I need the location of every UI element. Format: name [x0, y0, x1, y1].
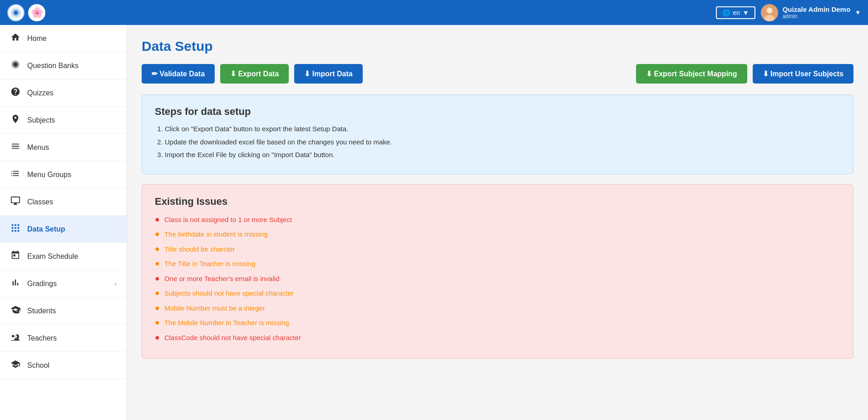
chevron-icon: ‹ — [114, 280, 117, 287]
avatar — [761, 4, 778, 21]
issue-text: Title should be charcter — [164, 244, 235, 255]
issue-item: ●Subjects should not have special charac… — [155, 288, 840, 299]
data-setup-icon — [10, 223, 21, 235]
issue-bullet: ● — [155, 259, 160, 269]
issue-text: Class is not assigned to 1 or more Subje… — [164, 215, 292, 225]
issue-text: ClassCode should not have special charac… — [164, 333, 301, 343]
issue-bullet: ● — [155, 333, 160, 343]
sidebar-item-menu-groups[interactable]: Menu Groups — [0, 161, 127, 188]
export-subject-mapping-button[interactable]: ⬇ Export Subject Mapping — [636, 64, 747, 84]
issue-text: Mobile Number must be a integer — [164, 303, 265, 314]
sidebar-label-exam-schedule: Exam Schedule — [27, 252, 78, 261]
import-data-button[interactable]: ⬇ Import Data — [294, 64, 362, 84]
issue-item: ●The Title in Teacher is missing — [155, 259, 840, 269]
issue-text: The Title in Teacher is missing — [164, 259, 256, 269]
issues-section: Existing Issues ●Class is not assigned t… — [142, 184, 853, 359]
issue-item: ●One or more Teacher's email is invalid — [155, 274, 840, 284]
sidebar-label-quizzes: Quizzes — [27, 89, 54, 97]
main-content: Data Setup ✏ Validate Data ⬇ Export Data… — [127, 25, 868, 420]
issue-item: ●ClassCode should not have special chara… — [155, 333, 840, 343]
classes-icon — [10, 196, 21, 208]
steps-section: Steps for data setup Click on "Export Da… — [142, 94, 853, 174]
user-chevron-icon: ▼ — [855, 9, 861, 16]
menus-icon — [10, 141, 21, 153]
school-icon — [10, 359, 21, 371]
sidebar-label-school: School — [27, 361, 49, 370]
issue-item: ●The birthdate in student is missing — [155, 229, 840, 240]
issue-text: The Mobile Number in Teacher is missing — [164, 318, 289, 328]
sidebar-label-teachers: Teachers — [27, 334, 57, 342]
user-role: admin — [783, 13, 850, 20]
sidebar-label-home: Home — [27, 35, 47, 43]
issue-bullet: ● — [155, 318, 160, 328]
sidebar-label-question-banks: Question Banks — [27, 62, 79, 70]
exam-schedule-icon — [10, 250, 21, 262]
user-name: Quizale Admin Demo — [783, 5, 850, 13]
issue-item: ●Mobile Number must be a integer — [155, 303, 840, 314]
issue-bullet: ● — [155, 229, 160, 239]
step-item: Click on "Export Data" button to export … — [165, 124, 840, 134]
validate-data-button[interactable]: ✏ Validate Data — [142, 64, 215, 84]
sidebar-item-data-setup[interactable]: Data Setup — [0, 216, 127, 243]
sidebar-label-subjects: Subjects — [27, 116, 55, 124]
teachers-icon — [10, 332, 21, 344]
page-title: Data Setup — [142, 39, 853, 54]
issues-list: ●Class is not assigned to 1 or more Subj… — [155, 215, 840, 343]
issue-text: Subjects should not have special charact… — [164, 288, 294, 299]
app-header: 🌸 🌐 en ▼ Quizale Admin Demo admin ▼ — [0, 0, 868, 25]
home-icon — [10, 32, 21, 44]
question-banks-icon — [10, 59, 21, 72]
sidebar-label-students: Students — [27, 307, 56, 315]
students-icon — [10, 305, 21, 317]
import-user-subjects-button[interactable]: ⬇ Import User Subjects — [753, 64, 853, 84]
sidebar-item-question-banks[interactable]: Question Banks — [0, 52, 127, 79]
header-right: 🌐 en ▼ Quizale Admin Demo admin ▼ — [716, 4, 861, 21]
issue-item: ●Title should be charcter — [155, 244, 840, 255]
issue-bullet: ● — [155, 244, 160, 254]
page-layout: HomeQuestion BanksQuizzesSubjectsMenusMe… — [0, 25, 868, 420]
steps-title: Steps for data setup — [155, 106, 840, 118]
action-buttons-row: ✏ Validate Data ⬇ Export Data ⬇ Import D… — [142, 64, 853, 84]
sidebar-item-school[interactable]: School — [0, 352, 127, 379]
issue-bullet: ● — [155, 303, 160, 313]
svg-point-6 — [767, 8, 772, 13]
lang-label: en — [733, 9, 740, 16]
sidebar: HomeQuestion BanksQuizzesSubjectsMenusMe… — [0, 25, 127, 420]
step-item: Import the Excel File by clicking on "Im… — [165, 150, 840, 160]
issue-text: One or more Teacher's email is invalid — [164, 274, 280, 284]
issue-bullet: ● — [155, 215, 160, 225]
sidebar-item-subjects[interactable]: Subjects — [0, 107, 127, 134]
svg-point-2 — [14, 11, 18, 15]
issue-item: ●Class is not assigned to 1 or more Subj… — [155, 215, 840, 225]
language-button[interactable]: 🌐 en ▼ — [716, 6, 755, 19]
export-data-button[interactable]: ⬇ Export Data — [220, 64, 289, 84]
sidebar-label-menu-groups: Menu Groups — [27, 171, 71, 179]
logo-group: 🌸 — [7, 4, 45, 21]
user-menu[interactable]: Quizale Admin Demo admin ▼ — [761, 4, 861, 21]
step-item: Update the downloaded excel file based o… — [165, 137, 840, 148]
sidebar-label-classes: Classes — [27, 198, 53, 206]
logo-quizale — [7, 4, 25, 21]
sidebar-item-classes[interactable]: Classes — [0, 188, 127, 216]
svg-point-9 — [14, 63, 17, 66]
logo-secondary: 🌸 — [28, 4, 45, 21]
menu-groups-icon — [10, 168, 21, 181]
sidebar-item-home[interactable]: Home — [0, 25, 127, 52]
sidebar-label-data-setup: Data Setup — [27, 225, 65, 233]
sidebar-item-students[interactable]: Students — [0, 297, 127, 325]
sidebar-item-gradings[interactable]: Gradings‹ — [0, 270, 127, 297]
sidebar-label-menus: Menus — [27, 143, 49, 152]
issues-title: Existing Issues — [155, 196, 840, 208]
sidebar-item-exam-schedule[interactable]: Exam Schedule — [0, 243, 127, 270]
issue-text: The birthdate in student is missing — [164, 229, 268, 240]
sidebar-item-teachers[interactable]: Teachers — [0, 325, 127, 352]
sidebar-item-menus[interactable]: Menus — [0, 134, 127, 161]
issue-bullet: ● — [155, 288, 160, 298]
steps-list: Click on "Export Data" button to export … — [155, 124, 840, 160]
sidebar-label-gradings: Gradings — [27, 280, 57, 288]
sidebar-item-quizzes[interactable]: Quizzes — [0, 79, 127, 107]
user-text-group: Quizale Admin Demo admin — [783, 5, 850, 20]
gradings-icon — [10, 277, 21, 290]
globe-icon: 🌐 — [722, 9, 730, 16]
issue-bullet: ● — [155, 274, 160, 284]
